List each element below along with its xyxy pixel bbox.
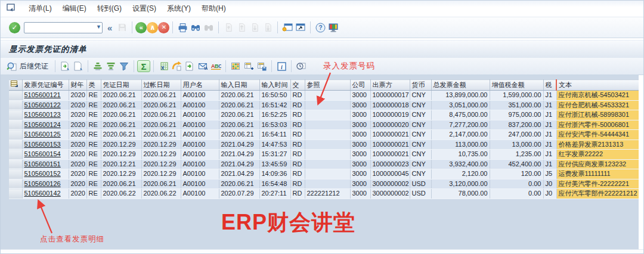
previous-page-icon[interactable]: [235, 21, 248, 34]
goto-icon[interactable]: [295, 60, 308, 73]
cell-trans-type: RD: [290, 130, 305, 140]
info-icon[interactable]: i: [275, 60, 288, 73]
cell-tax-code: J1: [543, 159, 556, 169]
row-selector[interactable]: [9, 169, 22, 179]
menu-settings[interactable]: 设置(S): [127, 2, 162, 16]
column-header-entry-time[interactable]: 输入时间: [259, 80, 290, 91]
first-page-icon[interactable]: [222, 21, 235, 34]
cell-trans-type: RD: [290, 91, 305, 101]
invoice-doc-link[interactable]: 5105600152: [24, 170, 61, 177]
collapse-icon[interactable]: «: [107, 23, 112, 33]
column-header-company[interactable]: 公司: [350, 80, 370, 91]
row-selector[interactable]: [9, 110, 22, 120]
table-row: 51056001422020RE2020.06.222020.06.22A001…: [9, 189, 644, 199]
column-header-posting-date[interactable]: 过帐日期: [141, 80, 181, 91]
row-selector[interactable]: [9, 140, 22, 150]
back-icon[interactable]: «: [135, 22, 147, 33]
cancel-icon[interactable]: ✕: [158, 22, 169, 33]
followup-documents-button[interactable]: 后继凭证: [18, 60, 52, 73]
cell-invoice-doc-number: 5105600126: [22, 179, 69, 189]
invoice-doc-link[interactable]: 5105600122: [24, 101, 61, 109]
gui-settings-icon[interactable]: [327, 21, 340, 34]
column-header-doc-date[interactable]: 凭证日期: [101, 80, 141, 91]
row-selector[interactable]: [9, 179, 22, 189]
print-icon[interactable]: [176, 21, 189, 34]
cell-reference: [305, 150, 350, 160]
cell-doc-type: RE: [86, 120, 101, 130]
invoice-doc-link[interactable]: 5105600154: [24, 150, 61, 157]
column-header-username[interactable]: 用户名: [181, 80, 219, 91]
enter-icon[interactable]: ✓: [9, 22, 20, 33]
column-header-fiscal-year[interactable]: 财年: [69, 80, 86, 91]
row-selector[interactable]: [9, 130, 22, 140]
word-processing-icon[interactable]: [170, 60, 183, 73]
menu-goto[interactable]: 转到(G): [92, 2, 127, 16]
row-selector[interactable]: [9, 120, 22, 130]
column-header-total-invoice-amount[interactable]: 总发票金额: [431, 80, 490, 91]
menu-edit[interactable]: 编辑(E): [57, 2, 92, 16]
row-selector[interactable]: [9, 159, 22, 169]
sum-icon[interactable]: Σ: [137, 60, 150, 72]
invoice-doc-link[interactable]: 5105600125: [24, 131, 61, 138]
find-next-icon[interactable]: [202, 21, 215, 34]
column-header-issuer[interactable]: 出票方: [370, 80, 410, 91]
invoice-doc-link[interactable]: 5105600123: [24, 111, 61, 118]
command-field-dropdown-icon[interactable]: ▼: [96, 24, 101, 30]
mail-recipient-icon[interactable]: W: [196, 60, 209, 73]
row-selector[interactable]: [9, 91, 22, 101]
next-page-icon[interactable]: [248, 21, 261, 34]
sort-descending-icon[interactable]: [104, 60, 117, 73]
invoice-doc-link[interactable]: 5105600124: [24, 121, 61, 128]
cell-total-invoice-amount: 3,932,400.00: [431, 159, 490, 169]
command-field[interactable]: [24, 22, 103, 33]
save-layout-icon[interactable]: [255, 60, 268, 73]
application-toolbar: 后继凭证 Σ x W ABC: [1, 58, 643, 75]
spreadsheet-icon[interactable]: x: [157, 60, 170, 73]
find-icon[interactable]: [189, 21, 202, 34]
cell-text: 应付美汽零件-22222221: [556, 179, 644, 189]
table-row: 51056001512020RE2020.12.212020.12.29A001…: [9, 159, 644, 169]
row-selector[interactable]: [9, 100, 22, 110]
save-icon[interactable]: [116, 21, 129, 34]
invoice-doc-link[interactable]: 5105600151: [24, 160, 61, 168]
column-header-text[interactable]: 文本: [556, 80, 644, 91]
column-header-trans-type[interactable]: 交: [290, 80, 305, 91]
details-icon[interactable]: [5, 60, 18, 73]
last-page-icon[interactable]: [261, 21, 274, 34]
column-header-invoice-doc-number[interactable]: 发票凭证编号: [22, 80, 69, 91]
sap-window-icon[interactable]: [7, 4, 16, 14]
column-header-doc-type[interactable]: 类: [86, 80, 101, 91]
menu-help[interactable]: 帮助(H): [196, 2, 231, 16]
menu-system[interactable]: 系统(Y): [162, 2, 196, 16]
row-selector[interactable]: [9, 189, 22, 199]
help-icon[interactable]: ?: [314, 21, 327, 34]
cell-doc-date: 2020.06.21: [101, 91, 141, 101]
column-header-reference[interactable]: 参照: [305, 80, 350, 91]
invoice-doc-link[interactable]: 5105600121: [24, 91, 61, 98]
column-header-vat-amount[interactable]: 增值税金额: [490, 80, 543, 91]
column-header-currency[interactable]: 货币: [410, 80, 431, 91]
local-file-icon[interactable]: [183, 60, 196, 73]
display-document-icon[interactable]: [72, 60, 85, 73]
invoice-doc-link[interactable]: 5105600142: [24, 190, 61, 197]
new-session-icon[interactable]: [281, 21, 294, 34]
abc-analysis-icon[interactable]: ABC: [209, 60, 222, 73]
column-header-tax-code[interactable]: 税: [543, 80, 556, 91]
cell-doc-type: RE: [86, 159, 101, 169]
change-layout-icon[interactable]: [242, 60, 255, 73]
filter-icon[interactable]: [117, 60, 131, 73]
separator: [55, 60, 55, 72]
select-all-icon[interactable]: [9, 80, 22, 91]
choose-detail-icon[interactable]: [58, 60, 72, 73]
exit-icon[interactable]: ∧: [147, 22, 158, 33]
menu-list[interactable]: 清单(L): [23, 2, 57, 16]
invoice-doc-link[interactable]: 5105600153: [24, 141, 61, 148]
shortcut-icon[interactable]: [294, 21, 307, 34]
row-selector[interactable]: [9, 150, 22, 160]
grid-view-icon[interactable]: [229, 60, 242, 73]
sort-ascending-icon[interactable]: [91, 60, 104, 73]
invoice-doc-link[interactable]: 5105600126: [24, 180, 61, 187]
cell-reference: [305, 91, 350, 101]
column-header-entry-date[interactable]: 输入日期: [219, 80, 259, 91]
cell-text: 应付合肥机械-54533321: [556, 100, 644, 110]
